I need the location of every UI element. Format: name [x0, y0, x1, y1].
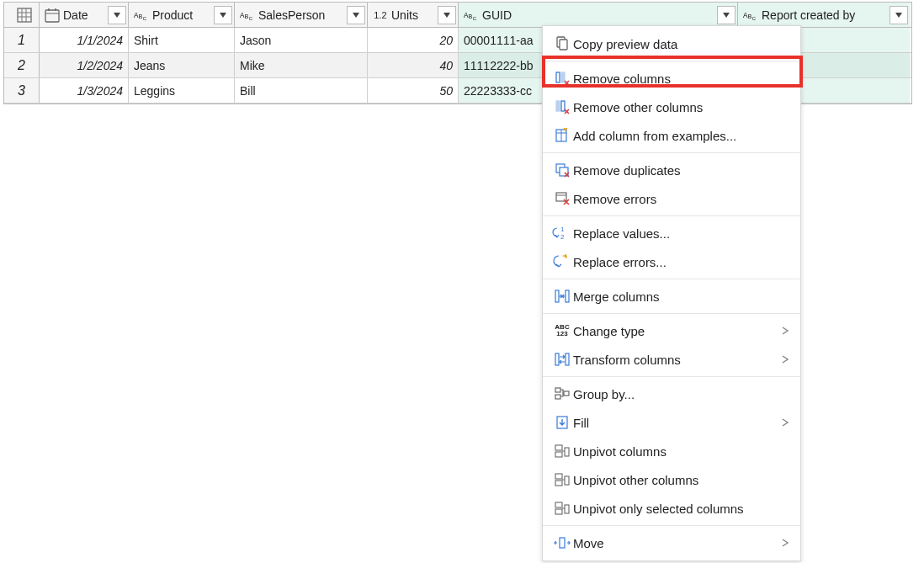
row-number[interactable]: 2: [4, 53, 40, 77]
svg-text:C: C: [473, 16, 476, 21]
move-icon: [551, 534, 573, 551]
menu-separator: [543, 279, 800, 279]
date-type-icon: [45, 8, 60, 23]
column-header-report-created-by[interactable]: ABC Report created by: [738, 3, 910, 27]
column-filter-dropdown[interactable]: [347, 6, 365, 24]
cell-date[interactable]: 1/1/2024: [40, 28, 129, 52]
svg-rect-51: [555, 502, 562, 507]
menu-separator: [543, 61, 800, 61]
svg-rect-52: [555, 509, 562, 514]
row-number[interactable]: 3: [4, 78, 40, 103]
unpivot-icon: [551, 443, 573, 459]
cell-product[interactable]: Shirt: [129, 28, 235, 52]
menu-label: Merge columns: [573, 289, 792, 304]
svg-rect-42: [555, 395, 560, 399]
submenu-arrow-icon: [778, 536, 792, 550]
add-column-from-examples-icon: [551, 127, 573, 144]
menu-remove-columns[interactable]: Remove columns: [543, 64, 800, 93]
svg-rect-41: [555, 388, 560, 392]
change-type-icon: ABC 123: [551, 322, 573, 339]
column-header-product[interactable]: ABC Product: [129, 3, 235, 27]
svg-rect-48: [555, 474, 562, 479]
column-filter-dropdown[interactable]: [889, 6, 908, 24]
svg-text:C: C: [143, 16, 146, 21]
column-filter-dropdown[interactable]: [717, 6, 735, 24]
menu-remove-duplicates[interactable]: Remove duplicates: [543, 156, 800, 184]
svg-rect-24: [561, 72, 565, 82]
menu-change-type[interactable]: ABC 123 Change type: [543, 316, 800, 345]
menu-label: Copy preview data: [573, 37, 792, 51]
text-type-icon: ABC: [464, 8, 479, 23]
svg-rect-5: [45, 10, 59, 22]
column-label: Product: [152, 8, 212, 22]
menu-replace-values[interactable]: 12 Replace values...: [543, 219, 800, 247]
menu-separator: [543, 152, 800, 153]
menu-copy-preview-data[interactable]: Copy preview data: [543, 29, 800, 58]
column-filter-dropdown[interactable]: [214, 6, 232, 24]
menu-replace-errors[interactable]: ! Replace errors...: [543, 247, 800, 276]
menu-unpivot-other-columns[interactable]: Unpivot other columns: [543, 465, 800, 494]
cell-product[interactable]: Jeans: [129, 53, 235, 77]
svg-text:!: !: [564, 254, 565, 259]
menu-group-by[interactable]: Group by...: [543, 380, 800, 408]
cell-salesperson[interactable]: Bill: [235, 78, 368, 103]
cell-units[interactable]: 50: [368, 78, 459, 103]
svg-rect-22: [560, 40, 567, 50]
column-filter-dropdown[interactable]: [108, 6, 126, 24]
column-header-date[interactable]: Date: [40, 3, 129, 27]
number-type-icon: 1.2: [373, 8, 388, 23]
column-header-salesperson[interactable]: ABC SalesPerson: [235, 3, 368, 27]
unpivot-selected-icon: [551, 500, 573, 517]
menu-label: Change type: [573, 324, 778, 338]
remove-errors-icon: [551, 190, 573, 207]
menu-fill[interactable]: Fill: [543, 408, 800, 437]
column-context-menu: Copy preview data Remove columns Remove …: [542, 25, 801, 561]
svg-rect-49: [555, 481, 562, 486]
column-header-units[interactable]: 1.2 Units: [368, 3, 459, 27]
svg-text:1: 1: [560, 226, 565, 233]
svg-text:2: 2: [560, 233, 565, 241]
menu-separator: [543, 215, 800, 216]
svg-rect-43: [564, 391, 569, 396]
svg-rect-0: [18, 8, 31, 22]
cell-units[interactable]: 20: [368, 28, 459, 52]
menu-add-column-from-examples[interactable]: Add column from examples...: [543, 121, 800, 150]
column-label: GUID: [482, 8, 717, 22]
cell-units[interactable]: 40: [368, 53, 459, 77]
menu-move[interactable]: Move: [543, 528, 800, 557]
replace-values-icon: 12: [551, 225, 573, 242]
menu-label: Remove duplicates: [573, 163, 792, 178]
menu-label: Replace values...: [573, 226, 792, 241]
svg-rect-38: [566, 290, 569, 302]
fill-icon: [551, 414, 573, 431]
text-type-icon: ABC: [134, 8, 149, 23]
menu-remove-other-columns[interactable]: Remove other columns: [543, 93, 800, 121]
menu-label: Remove errors: [573, 192, 792, 206]
cell-salesperson[interactable]: Mike: [235, 53, 368, 77]
remove-duplicates-icon: [551, 162, 573, 178]
corner-select-cell[interactable]: [4, 3, 40, 27]
svg-rect-46: [555, 452, 562, 457]
cell-date[interactable]: 1/2/2024: [40, 53, 129, 77]
cell-product[interactable]: Leggins: [129, 78, 235, 103]
menu-transform-columns[interactable]: Transform columns: [543, 345, 800, 374]
cell-date[interactable]: 1/3/2024: [40, 78, 129, 103]
menu-unpivot-columns[interactable]: Unpivot columns: [543, 437, 800, 465]
svg-rect-37: [555, 290, 559, 302]
copy-icon: [551, 35, 573, 52]
row-number[interactable]: 1: [4, 28, 40, 52]
cell-salesperson[interactable]: Jason: [235, 28, 368, 52]
menu-merge-columns[interactable]: Merge columns: [543, 282, 800, 311]
column-filter-dropdown[interactable]: [438, 6, 456, 24]
transform-columns-icon: [551, 351, 573, 368]
menu-label: Remove columns: [573, 72, 792, 86]
menu-remove-errors[interactable]: Remove errors: [543, 184, 800, 213]
svg-rect-40: [566, 353, 569, 365]
menu-unpivot-selected-columns[interactable]: Unpivot only selected columns: [543, 494, 800, 523]
remove-columns-icon: [551, 70, 573, 87]
menu-label: Add column from examples...: [573, 129, 792, 143]
column-header-guid[interactable]: ABC GUID: [459, 3, 738, 27]
svg-rect-45: [555, 445, 562, 450]
menu-label: Group by...: [573, 387, 792, 401]
column-label: Units: [391, 8, 436, 22]
